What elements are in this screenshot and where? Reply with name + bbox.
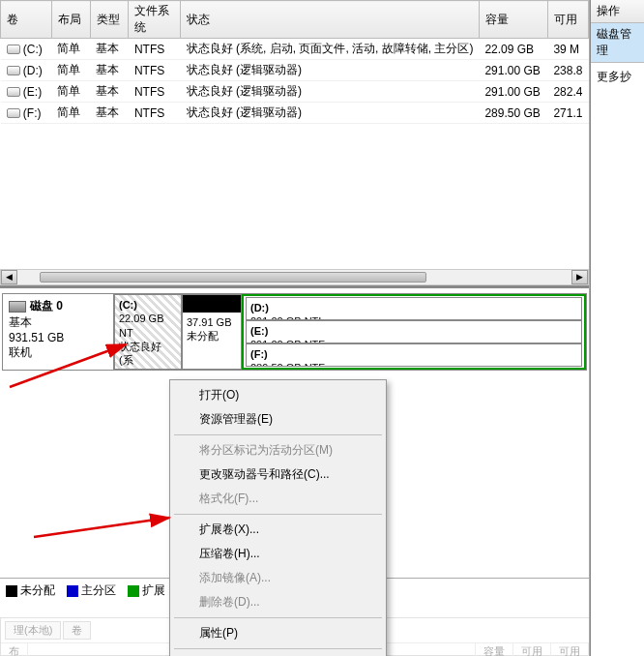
horizontal-scrollbar[interactable]: ◀ ▶ [0,269,589,285]
partition-bar [183,295,241,313]
menu-add-mirror: 添加镜像(A)... [172,566,384,590]
volume-row[interactable]: (D:) 简单 基本 NTFS 状态良好 (逻辑驱动器) 291.00 GB 2… [1,60,589,81]
menu-format: 格式化(F)... [172,487,384,511]
col-layout[interactable]: 布局 [51,1,90,39]
menu-mark-active: 将分区标记为活动分区(M) [172,438,384,462]
disk-title: 磁盘 0 [30,299,63,313]
drive-icon [7,45,20,54]
partition-e[interactable]: (E:)291.00 GB NTF状态良好 (逻辑 [246,320,582,343]
partition-unallocated[interactable]: 37.91 GB 未分配 [182,294,242,370]
extended-partition[interactable]: (D:)291.00 GB NTI状态良好 (逻辑 (E:)291.00 GB … [242,294,586,370]
disk-type: 基本 [9,314,107,331]
menu-extend[interactable]: 扩展卷(X)... [172,518,384,542]
partition-f[interactable]: (F:)289.50 GB NTF状态良好 (逻辑驱 [246,343,582,367]
menu-change-letter[interactable]: 更改驱动器号和路径(C)... [172,462,384,487]
menu-open[interactable]: 打开(O) [172,383,384,407]
volume-list[interactable]: 卷 布局 类型 文件系统 状态 容量 可用 (C:) 简单 基本 NTFS [0,0,589,285]
col-vol[interactable]: 卷 [1,1,52,39]
menu-separator [174,514,382,515]
legend-swatch-ext [128,585,139,597]
actions-selected[interactable]: 磁盘管理 [591,23,644,63]
volume-list-header[interactable]: 卷 布局 类型 文件系统 状态 容量 可用 [1,1,589,39]
legend-swatch-unalloc [6,585,17,597]
menu-properties[interactable]: 属性(P) [172,621,384,645]
menu-help[interactable]: 帮助(H) [172,652,384,656]
menu-separator [174,434,382,435]
col-type[interactable]: 类型 [90,1,129,39]
menu-delete: 删除卷(D)... [172,590,384,614]
volume-row[interactable]: (F:) 简单 基本 NTFS 状态良好 (逻辑驱动器) 289.50 GB 2… [1,103,589,124]
scroll-thumb[interactable] [40,272,426,283]
partition-c[interactable]: (C:) 22.09 GB NT 状态良好 (系 [114,294,182,370]
col-capacity[interactable]: 容量 [479,1,547,39]
scroll-right-arrow[interactable]: ▶ [571,270,588,284]
scroll-left-arrow[interactable]: ◀ [1,270,17,284]
actions-pane: 操作 磁盘管理 更多抄 [590,0,644,656]
disk-header[interactable]: 磁盘 0 基本 931.51 GB 联机 [3,294,114,370]
menu-shrink[interactable]: 压缩卷(H)... [172,542,384,566]
bg-tab: 理(本地) [5,621,61,640]
volume-row[interactable]: (E:) 简单 基本 NTFS 状态良好 (逻辑驱动器) 291.00 GB 2… [1,81,589,103]
disk-state: 联机 [9,344,107,361]
drive-icon [7,108,20,118]
actions-more[interactable]: 更多抄 [591,63,644,91]
bg-tab: 卷 [63,621,91,640]
disk-size: 931.51 GB [9,331,107,344]
col-status[interactable]: 状态 [181,1,480,39]
menu-explorer[interactable]: 资源管理器(E) [172,407,384,432]
disk-row[interactable]: 磁盘 0 基本 931.51 GB 联机 (C:) 22.09 GB NT 状态… [2,293,587,371]
menu-separator [174,648,382,649]
drive-icon [7,87,20,97]
disk-icon [9,301,26,313]
context-menu: 打开(O) 资源管理器(E) 将分区标记为活动分区(M) 更改驱动器号和路径(C… [169,379,387,656]
actions-header: 操作 [591,0,644,23]
legend-swatch-primary [67,585,78,597]
col-fs[interactable]: 文件系统 [129,1,181,39]
menu-separator [174,617,382,618]
partition-d[interactable]: (D:)291.00 GB NTI状态良好 (逻辑 [246,297,582,320]
col-avail[interactable]: 可用 [547,1,588,39]
drive-icon [7,66,20,75]
volume-row[interactable]: (C:) 简单 基本 NTFS 状态良好 (系统, 启动, 页面文件, 活动, … [1,39,589,60]
